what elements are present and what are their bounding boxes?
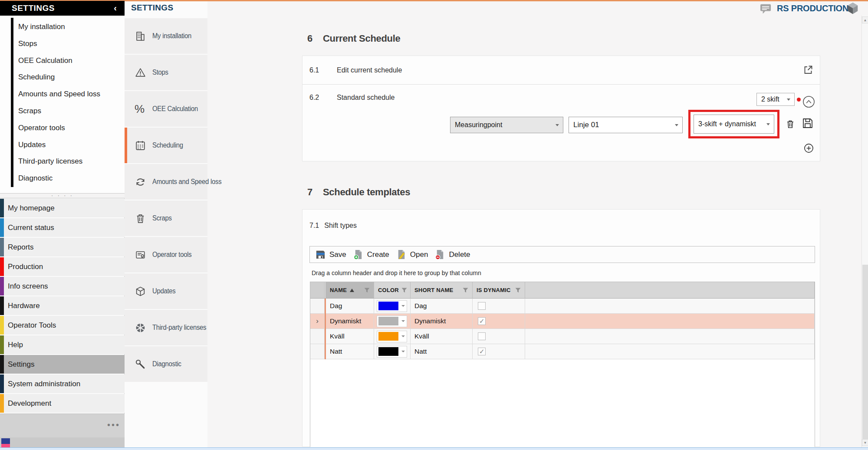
nav-item-my-homepage[interactable]: My homepage [0,199,125,217]
save-schedule-icon[interactable] [802,117,814,129]
color-dropdown[interactable] [377,331,407,342]
filter-funnel-icon[interactable] [364,288,370,293]
nav-item-settings[interactable]: Settings [0,355,125,374]
nav-item-current-status[interactable]: Current status [0,218,125,237]
standard-schedule-row: 6.2 Standard schedule [309,94,395,102]
scroll-down-arrow[interactable]: ▼ [862,439,868,446]
line-select[interactable]: Linje 01 [569,117,683,133]
scroll-up-arrow[interactable]: ▲ [862,16,868,23]
collapse-panel-icon[interactable]: ‹ [114,3,117,13]
schedule-template-select[interactable]: 3-skift + dynamiskt [694,115,774,134]
cell-name[interactable]: Kväll [326,329,374,344]
submenu-item-amounts-speed-loss[interactable]: Amounts and Speed loss [0,86,125,103]
scrollbar-thumb[interactable] [862,265,868,439]
submenu-item-operator-tools[interactable]: Operator tools [0,120,125,137]
open-button[interactable]: Open [396,249,428,260]
column-header-name[interactable]: NAME [326,282,374,299]
is-dynamic-checkbox[interactable] [478,348,486,355]
cell-short-name[interactable]: Dag [411,299,473,314]
nav-item-operator-tools[interactable]: Operator Tools [0,316,125,335]
nav-item-reports[interactable]: Reports [0,238,125,256]
column-header-short-name[interactable]: SHORT NAME [411,282,473,299]
color-dropdown[interactable] [377,346,407,358]
is-dynamic-checkbox[interactable] [478,302,486,310]
cell-filler [525,329,815,344]
nav-item-hardware[interactable]: Hardware [0,296,125,315]
cell-short-name[interactable]: Kväll [411,329,473,344]
shift-count-select[interactable]: 2 skift [756,93,795,106]
select-value: Linje 01 [569,121,599,129]
nav-item-production[interactable]: Production [0,257,125,276]
cell-is-dynamic [473,344,525,359]
column-header-label: COLOR [374,287,399,293]
color-dropdown[interactable] [377,300,407,312]
save-button[interactable]: Save [315,249,346,260]
cell-filler [525,299,815,314]
edit-current-schedule-row: 6.1 Edit current schedule [309,66,402,74]
cell-name[interactable]: Natt [326,344,374,359]
row-expander-cell[interactable] [310,299,325,314]
open-external-icon[interactable] [802,64,814,76]
sidebar-item-updates[interactable]: Updates [125,273,207,309]
nav-item-help[interactable]: Help [0,335,125,354]
sidebar-item-scraps[interactable]: Scraps [125,200,207,236]
vertical-scrollbar[interactable]: ▲ ▼ [861,16,868,448]
is-dynamic-checkbox[interactable] [478,332,486,340]
cell-short-name[interactable]: Dynamiskt [411,314,473,329]
table-row[interactable]: Dag Dag [310,299,815,314]
sidebar-item-diagnostic[interactable]: Diagnostic [125,346,207,382]
delete-button[interactable]: Delete [434,249,470,260]
cell-name[interactable]: Dynamiskt [326,314,374,329]
sidebar-splitter-grip[interactable]: · · · · [0,194,125,198]
sidebar-item-third-party-licenses[interactable]: Third-party licenses [125,310,207,345]
sidebar-item-oee-calculation[interactable]: % OEE Calculation [125,91,207,127]
settings-panel-header: SETTINGS ‹ [0,1,125,16]
submenu-item-updates[interactable]: Updates [0,137,125,154]
row-expander-cell[interactable] [310,329,325,344]
create-button[interactable]: Create [353,249,389,260]
submenu-item-my-installation[interactable]: My installation [0,19,125,36]
schedule-templates-card: 7.1 Shift types Save Create Open Delet [302,209,820,447]
row-expander-cell[interactable]: › [310,314,325,329]
table-row[interactable]: Kväll Kväll [310,329,815,344]
nav-item-info-screens[interactable]: Info screens [0,277,125,296]
filter-funnel-icon[interactable] [401,288,407,293]
nav-item-development[interactable]: Development [0,394,125,413]
color-dropdown[interactable] [377,315,407,327]
submenu-item-stops[interactable]: Stops [0,36,125,53]
sidebar-item-my-installation[interactable]: My installation [125,18,207,54]
delete-schedule-icon[interactable] [785,118,796,130]
submenu-item-oee-calculation[interactable]: OEE Calculation [0,53,125,69]
submenu-item-scheduling[interactable]: Scheduling [0,69,125,86]
column-header-is-dynamic[interactable]: IS DYNAMIC [473,282,525,299]
table-empty-area [310,419,815,447]
column-header-color[interactable]: COLOR [374,282,411,299]
cell-name[interactable]: Dag [326,299,374,314]
button-label: Open [410,250,428,259]
filter-funnel-icon[interactable] [515,288,521,293]
row-expander-cell[interactable] [310,344,325,359]
table-row[interactable]: Natt Natt [310,344,815,359]
submenu-item-third-party-licenses[interactable]: Third-party licenses [0,153,125,170]
more-options-button[interactable]: ••• [107,420,120,430]
sidebar-item-scheduling[interactable]: Scheduling [125,128,207,163]
sidebar-item-amounts-speed-loss[interactable]: Amounts and Speed loss [125,164,207,200]
feedback-chat-icon[interactable] [760,3,772,14]
filter-funnel-icon[interactable] [463,288,468,293]
submenu-item-diagnostic[interactable]: Diagnostic [0,170,125,187]
is-dynamic-checkbox[interactable] [478,317,486,325]
add-row-icon[interactable] [804,143,814,153]
submenu-item-scraps[interactable]: Scraps [0,103,125,120]
sidebar-item-stops[interactable]: Stops [125,55,207,90]
nav-color-bar [0,394,4,413]
measuringpoint-select[interactable]: Measuringpoint [450,117,563,133]
trash-icon [135,213,146,224]
cell-short-name[interactable]: Natt [411,344,473,359]
table-row[interactable]: › Dynamiskt Dynamiskt [310,314,815,329]
unsaved-changes-dot [797,98,801,102]
nav-item-label: Current status [0,223,54,232]
nav-item-system-administration[interactable]: System administration [0,374,125,393]
collapse-section-icon[interactable] [802,95,815,108]
cell-filler [525,314,815,329]
sidebar-item-operator-tools[interactable]: Operator tools [125,237,207,273]
